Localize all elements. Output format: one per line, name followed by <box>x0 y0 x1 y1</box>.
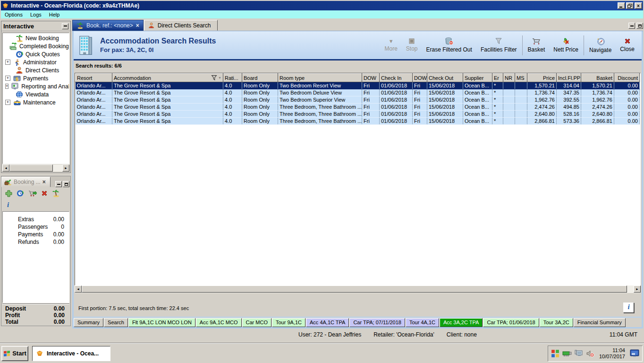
scroll-thumb[interactable] <box>9 164 53 172</box>
expand-icon[interactable]: + <box>5 100 10 105</box>
scroll-track[interactable] <box>53 164 62 172</box>
add-item-icon[interactable] <box>5 190 12 197</box>
panel-minimize-button[interactable] <box>628 23 635 29</box>
tab-flight[interactable]: Flt 9A,1C LON MCO LON <box>128 318 195 327</box>
tab-car-tpa-nov[interactable]: Car TPA; 07/11/2018 <box>349 318 405 327</box>
close-window-button[interactable]: × <box>635 2 642 9</box>
tray-display-icon[interactable] <box>630 349 639 358</box>
restore-button[interactable] <box>626 2 634 9</box>
tray-network-computer-icon[interactable] <box>575 350 583 357</box>
column-header[interactable]: Discount <box>614 74 640 82</box>
close-booking-tab-icon[interactable]: × <box>42 179 46 185</box>
table-row[interactable]: Orlando Ar...The Grove Resort & Spa4.0Ro… <box>76 89 640 96</box>
minimize-button[interactable] <box>618 2 625 9</box>
scroll-left-button[interactable]: ◄ <box>75 285 82 293</box>
booking-maximize-button[interactable] <box>63 181 69 187</box>
cart-transfer-icon[interactable] <box>28 190 37 197</box>
tab-acc-3a2c-tpa-selected[interactable]: Acc 3A,2C TPA <box>440 318 483 327</box>
sidebar-item-viewdata[interactable]: Viewdata <box>3 90 69 98</box>
stop-button[interactable]: Stop <box>402 34 422 57</box>
navigate-button[interactable]: Navigate <box>585 34 616 57</box>
info-button[interactable]: i <box>623 302 634 313</box>
tab-booking-ref[interactable]: Book. ref.: <none> × <box>72 20 144 31</box>
column-header[interactable]: Check In <box>380 74 413 82</box>
column-header[interactable]: Room type <box>278 74 362 82</box>
column-header[interactable]: Supplier <box>463 74 492 82</box>
delete-icon[interactable] <box>41 190 48 197</box>
tray-app-icon[interactable] <box>551 349 559 358</box>
quick-quote-clock-icon[interactable] <box>17 190 24 197</box>
table-row[interactable]: Orlando Ar...The Grove Resort & Spa4.0Ro… <box>76 104 640 111</box>
list-item[interactable]: Payments0.00 <box>3 231 69 238</box>
start-button[interactable]: Start <box>1 346 28 361</box>
column-header[interactable]: Er <box>492 74 503 82</box>
tab-financial-summary[interactable]: Financial Summary <box>574 318 626 327</box>
facilities-filter-button[interactable]: Facilities Filter <box>476 34 521 57</box>
column-header[interactable]: Check Out <box>427 74 463 82</box>
list-item[interactable]: Extras0.00 <box>3 216 69 223</box>
column-header[interactable]: Basket <box>581 74 614 82</box>
list-item[interactable]: Passengers0 <box>3 223 69 231</box>
panel-maximize-button[interactable] <box>636 23 643 29</box>
table-row[interactable]: Orlando Ar...The Grove Resort & Spa4.0Ro… <box>76 118 640 125</box>
table-row[interactable]: Orlando Ar...The Grove Resort & Spa4.0Ro… <box>76 82 640 89</box>
column-header[interactable]: Rati... <box>223 74 242 82</box>
booking-tab[interactable]: Booking ... × <box>1 177 51 187</box>
tab-car-tpa-jun[interactable]: Car TPA; 01/06/2018 <box>483 318 539 327</box>
column-header[interactable]: Resort <box>76 74 112 82</box>
collapse-panel-button[interactable] <box>62 23 68 29</box>
taskbar-window-button[interactable]: Interactive - Ocea... <box>32 346 110 361</box>
sidebar-item-completed-bookings[interactable]: Completed Bookings <box>3 42 69 50</box>
expand-icon[interactable]: + <box>5 84 8 89</box>
column-header[interactable]: NR <box>503 74 515 82</box>
list-item[interactable]: Refunds0.00 <box>3 238 69 246</box>
palm-tree-icon[interactable] <box>52 190 60 197</box>
tab-acc-4a-tpa[interactable]: Acc 4A,1C TPA <box>306 318 349 327</box>
tray-date: 10/07/2017 <box>599 354 625 360</box>
table-row[interactable]: Orlando Ar...The Grove Resort & Spa4.0Ro… <box>76 111 640 118</box>
sidebar-item-reporting[interactable]: + Reporting and Analyt <box>3 82 69 90</box>
tab-acc-mco[interactable]: Acc 9A,1C MCO <box>196 318 242 327</box>
tab-car-mco[interactable]: Car MCO <box>242 318 271 327</box>
scroll-right-button[interactable]: ► <box>634 285 641 293</box>
column-header[interactable]: DOW <box>362 74 380 82</box>
tab-tour-4a[interactable]: Tour 4A,1C <box>406 318 439 327</box>
table-row[interactable]: Orlando Ar...The Grove Resort & Spa4.0Ro… <box>76 96 640 104</box>
menu-options[interactable]: Options <box>1 11 26 18</box>
column-filter-icon[interactable]: ▼ <box>211 75 221 81</box>
tab-tour-9a[interactable]: Tour 9A,1C <box>272 318 305 327</box>
menu-logs[interactable]: Logs <box>26 11 45 18</box>
nett-price-button[interactable]: Nett Price <box>549 34 583 57</box>
info-icon[interactable]: i <box>7 201 9 209</box>
close-results-button[interactable]: Close <box>616 34 639 57</box>
column-header[interactable]: Price <box>527 74 557 82</box>
column-header[interactable]: DOW <box>413 74 427 82</box>
tray-network-card-icon[interactable] <box>562 350 572 357</box>
tab-search[interactable]: Search <box>104 318 128 327</box>
expand-icon[interactable]: + <box>5 76 10 81</box>
scroll-left-button[interactable]: ◄ <box>2 164 9 172</box>
booking-minimize-button[interactable] <box>55 181 62 187</box>
tab-summary[interactable]: Summary <box>74 318 103 327</box>
scroll-right-button[interactable]: ► <box>62 164 69 172</box>
column-header[interactable]: Board <box>242 74 278 82</box>
expand-icon[interactable]: + <box>5 60 10 65</box>
sidebar-item-administrator[interactable]: + Administrator <box>3 58 69 66</box>
tab-tour-3a2c[interactable]: Tour 3A,2C <box>540 318 573 327</box>
sidebar-item-new-booking[interactable]: New Booking <box>3 34 69 42</box>
close-tab-icon[interactable]: × <box>136 22 139 29</box>
sidebar-item-quick-quotes[interactable]: Quick Quotes <box>3 50 69 58</box>
column-header[interactable]: Incl.Fl.PP <box>557 74 581 82</box>
tray-volume-muted-icon[interactable] <box>586 350 594 357</box>
sidebar-item-direct-clients[interactable]: Direct Clients <box>3 66 69 74</box>
scroll-thumb[interactable] <box>82 285 627 293</box>
menu-help[interactable]: Help <box>45 11 64 18</box>
column-header[interactable]: Accommodation ▼ <box>112 74 223 82</box>
erase-filtered-out-button[interactable]: Erase Filtered Out <box>422 34 476 57</box>
basket-button[interactable]: Basket <box>524 34 550 57</box>
column-header[interactable]: MS <box>515 74 527 82</box>
tab-direct-clients-search[interactable]: Direct Clients Search <box>144 20 218 31</box>
more-button[interactable]: ▼ More <box>380 34 401 57</box>
sidebar-item-maintenance[interactable]: + Maintenance <box>3 98 69 106</box>
sidebar-item-payments[interactable]: + $ Payments <box>3 74 69 82</box>
